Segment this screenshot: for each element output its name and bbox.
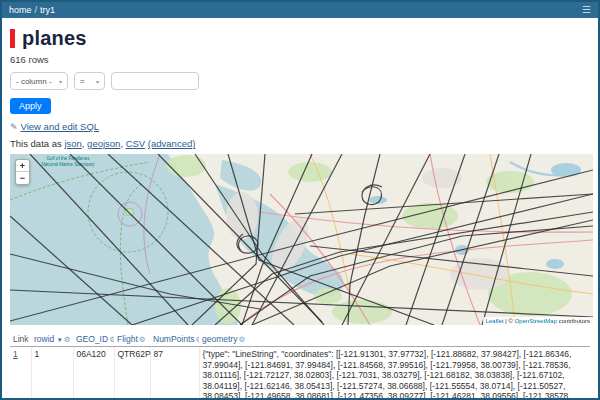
filter-column-value: - column - <box>16 77 52 86</box>
col-header-rowid-link[interactable]: rowid <box>34 334 54 344</box>
chevron-down-icon: ▾ <box>96 78 99 85</box>
sql-link-row: ✎ View and edit SQL <box>10 121 590 132</box>
col-header-geoid: GEO_ID⚙ <box>73 332 114 347</box>
export-geojson-link[interactable]: geojson <box>87 138 120 149</box>
gear-icon[interactable]: ⚙ <box>196 335 199 344</box>
apply-button[interactable]: Apply <box>10 98 51 114</box>
title-row: planes <box>10 27 590 50</box>
col-header-rowid: rowid ▼⚙ <box>31 332 73 347</box>
view-edit-sql-link[interactable]: View and edit SQL <box>21 121 100 132</box>
results-table-wrap: Link rowid ▼⚙ GEO_ID⚙ Flight⚙ NumPoints⚙… <box>10 332 590 400</box>
col-header-flight-link[interactable]: Flight <box>117 334 138 344</box>
filter-operator-value: = <box>80 77 85 86</box>
map-attribution: Leaflet | © OpenStreetMap contributors <box>483 317 593 325</box>
map-zoom-control: + − <box>15 159 30 185</box>
pencil-icon: ✎ <box>10 122 18 132</box>
filter-value-input[interactable] <box>111 72 199 90</box>
cell-rowid: 1 <box>31 347 73 400</box>
breadcrumb-home-link[interactable]: home <box>9 5 32 15</box>
row-count: 616 rows <box>10 54 590 65</box>
col-header-geometry-link[interactable]: geometry <box>202 334 237 344</box>
col-header-numpoints-link[interactable]: NumPoints <box>153 334 195 344</box>
col-header-numpoints: NumPoints⚙ <box>150 332 199 347</box>
breadcrumb-db-link[interactable]: try1 <box>40 5 55 15</box>
export-row: This data as json, geojson, CSV (advance… <box>10 138 590 149</box>
menu-icon[interactable]: ☰ <box>582 5 591 15</box>
sanctuary-label-line2: National Marine Sanctuary <box>41 162 95 167</box>
cell-link: 1 <box>10 347 31 400</box>
table-row: 1 1 06A120 QTR62P 87 {"type": "LineStrin… <box>10 347 590 400</box>
gear-icon[interactable]: ⚙ <box>64 335 71 344</box>
top-navbar: home / try1 ☰ <box>2 2 598 18</box>
sort-desc-icon: ▼ <box>57 337 63 343</box>
gear-icon[interactable]: ⚙ <box>109 335 114 344</box>
row-link[interactable]: 1 <box>13 349 18 359</box>
col-header-link: Link <box>10 332 31 347</box>
sanctuary-label-line1: Gulf of the Farallones <box>46 156 90 161</box>
table-accent-bar <box>10 29 15 48</box>
col-header-geoid-link[interactable]: GEO_ID <box>76 334 108 344</box>
leaflet-link[interactable]: Leaflet <box>486 318 504 324</box>
zoom-in-button[interactable]: + <box>16 160 29 172</box>
export-advanced-link[interactable]: (advanced) <box>148 138 196 149</box>
leaflet-map[interactable]: Gulf of the Farallones National Marine S… <box>10 154 593 325</box>
filter-operator-select[interactable]: = ▾ <box>74 72 105 90</box>
export-json-link[interactable]: json <box>64 138 81 149</box>
filter-row: - column - ▾ = ▾ <box>10 72 590 90</box>
cell-flight: QTR62P <box>114 347 150 400</box>
results-table: Link rowid ▼⚙ GEO_ID⚙ Flight⚙ NumPoints⚙… <box>10 332 590 400</box>
gear-icon[interactable]: ⚙ <box>139 335 146 344</box>
osm-link[interactable]: OpenStreetMap <box>515 318 557 324</box>
cell-geoid: 06A120 <box>73 347 114 400</box>
col-header-flight: Flight⚙ <box>114 332 150 347</box>
col-header-geometry: geometry⚙ <box>199 332 590 347</box>
export-prefix: This data as <box>10 138 64 149</box>
page-title: planes <box>22 27 87 50</box>
export-csv-link[interactable]: CSV <box>126 138 146 149</box>
map-canvas: Gulf of the Farallones National Marine S… <box>10 154 593 325</box>
zoom-out-button[interactable]: − <box>16 172 29 184</box>
chevron-down-icon: ▾ <box>59 78 62 85</box>
gear-icon[interactable]: ⚙ <box>238 335 245 344</box>
datasette-page: home / try1 ☰ planes 616 rows - column -… <box>0 0 600 400</box>
cell-geometry: {"type": "LineString", "coordinates": [[… <box>199 347 590 400</box>
filter-column-select[interactable]: - column - ▾ <box>10 72 68 90</box>
cell-numpoints: 87 <box>150 347 199 400</box>
breadcrumb-separator: / <box>35 5 38 15</box>
